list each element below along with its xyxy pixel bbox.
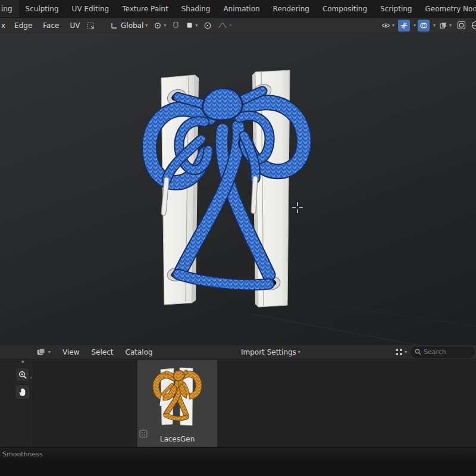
transform-orientation-dropdown[interactable]: Global ▾ [109, 20, 149, 32]
hand-icon [18, 387, 27, 397]
asset-browser-icon [37, 348, 45, 356]
uv-menu[interactable]: UV [64, 21, 85, 30]
shading-material-icon [471, 21, 476, 30]
3d-viewport[interactable] [0, 33, 476, 345]
falloff-dropdown[interactable]: ▾ [216, 20, 233, 32]
asset-search-field[interactable] [411, 347, 475, 358]
pivot-point-icon [154, 21, 162, 30]
xray-icon [439, 21, 447, 30]
face-menu[interactable]: Face [37, 21, 64, 30]
chevron-down-icon: ▾ [164, 23, 166, 28]
chevron-down-icon: ▾ [48, 350, 51, 355]
status-bar: Smoothness [0, 447, 476, 476]
xray-toggle[interactable]: ▾ [437, 20, 453, 32]
show-overlays-toggle[interactable] [418, 20, 430, 32]
topbar: ing Sculpting UV Editing Texture Paint S… [0, 0, 476, 18]
workspace-tabs: ing Sculpting UV Editing Texture Paint S… [0, 0, 476, 17]
snap-target-icon [186, 21, 193, 29]
chevron-down-icon: ▾ [195, 23, 198, 28]
tab-rendering[interactable]: Rendering [267, 0, 316, 17]
show-gizmo-toggle[interactable] [398, 20, 410, 32]
orientation-value: Global [121, 21, 143, 30]
search-icon [415, 349, 421, 355]
gizmo-icon [400, 21, 408, 30]
search-input[interactable] [424, 348, 465, 356]
tab-shading[interactable]: Shading [175, 0, 217, 17]
tab-scripting[interactable]: Scripting [374, 0, 418, 17]
asset-browser: ▾ View Select Catalog Import Settings ▾ … [0, 345, 476, 447]
chevron-down-icon: ▾ [229, 23, 231, 28]
viewport-header: x Edge Face UV Global ▾ ▾ [0, 18, 476, 33]
laces-model-canvas [0, 33, 476, 345]
catalog-menu[interactable]: Catalog [121, 348, 158, 356]
uv-sync-icon[interactable] [86, 21, 95, 30]
pivot-point-dropdown[interactable]: ▾ [152, 20, 168, 32]
asset-thumbnail [140, 362, 214, 434]
asset-browser-header: ▾ View Select Catalog Import Settings ▾ … [0, 345, 476, 359]
sidebar-divider[interactable] [136, 359, 136, 447]
grid-line [253, 314, 424, 345]
asset-grid[interactable]: LacesGen [34, 359, 476, 447]
tab-animation[interactable]: Animation [217, 0, 266, 17]
snap-target-dropdown[interactable]: ▾ [184, 20, 199, 32]
status-bar-text: Smoothness [2, 450, 43, 458]
crosshair-cursor [292, 202, 303, 213]
display-settings-dropdown[interactable]: ▾ [395, 348, 407, 356]
chevron-down-icon[interactable]: ▾ [414, 23, 416, 28]
tab-uv-editing[interactable]: UV Editing [65, 0, 116, 17]
proportional-editing-toggle[interactable] [202, 20, 214, 32]
edge-menu[interactable]: Edge [9, 21, 37, 30]
snap-toggle[interactable] [170, 20, 181, 32]
zoom-in-icon [18, 371, 27, 380]
orientation-axis-icon [111, 21, 118, 29]
tab-geometry-nodes[interactable]: Geometry Nodes [418, 0, 476, 17]
shading-solid-icon [457, 21, 466, 30]
asset-name-label: LacesGen [137, 435, 217, 443]
zoom-tool-button[interactable] [15, 368, 30, 382]
chevron-down-icon: ▾ [405, 350, 407, 355]
asset-browser-menus: View Select Catalog [58, 348, 158, 356]
chevron-down-icon: ▾ [298, 350, 300, 355]
visibility-eye-icon [381, 21, 390, 29]
tab-texture-paint[interactable]: Texture Paint [115, 0, 174, 17]
falloff-curve-icon [218, 21, 227, 29]
chevron-down-icon: ▾ [392, 23, 394, 28]
overlays-icon [419, 21, 428, 30]
tab-modeling-partial[interactable]: ing [0, 0, 19, 17]
tab-sculpting[interactable]: Sculpting [19, 0, 65, 17]
view-menu[interactable]: View [58, 348, 84, 356]
asset-tile-lacesgen[interactable]: LacesGen [137, 360, 217, 447]
select-menu[interactable]: Select [87, 348, 118, 356]
import-settings-dropdown[interactable]: Import Settings ▾ [241, 348, 300, 356]
chevron-down-icon[interactable]: ▾ [21, 359, 24, 365]
pan-tool-button[interactable] [15, 384, 30, 400]
collapse-left-icon[interactable]: ‹ [30, 374, 32, 381]
viewport-shading-material-button[interactable] [469, 20, 476, 32]
grid-line [324, 305, 476, 326]
import-settings-label: Import Settings [241, 348, 296, 356]
proportional-editing-icon [203, 21, 212, 30]
editor-type-dropdown[interactable]: ▾ [35, 348, 53, 356]
viewport-shading-solid-button[interactable] [455, 20, 468, 32]
chevron-down-icon: ▾ [449, 23, 452, 28]
chevron-down-icon: ▾ [145, 23, 148, 28]
object-visibility-dropdown[interactable]: ▾ [380, 20, 396, 32]
display-size-icon [395, 348, 403, 356]
vertex-menu-partial[interactable]: x [0, 21, 9, 30]
asset-browser-tool-strip: ▾ ‹ [0, 359, 33, 447]
tab-compositing[interactable]: Compositing [316, 0, 374, 17]
magnet-icon [172, 21, 180, 29]
chevron-down-icon[interactable]: ▾ [433, 23, 436, 28]
